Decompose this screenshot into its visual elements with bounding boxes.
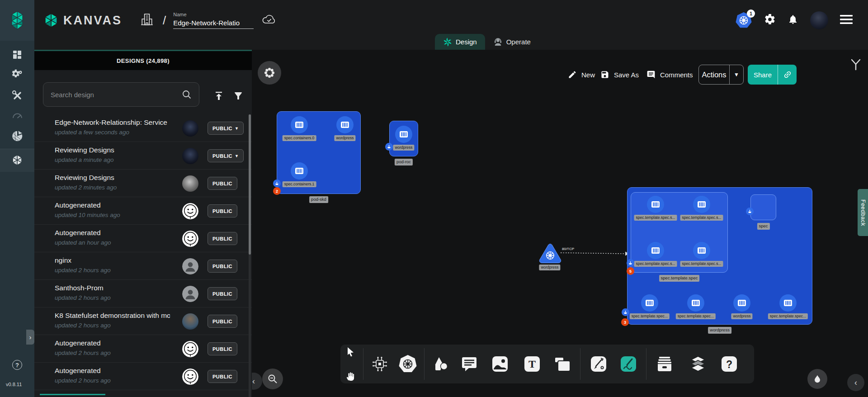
status-badge-blue[interactable] — [273, 180, 281, 187]
design-list-item[interactable]: Reviewing Designsupdated 2 minutes agoPU… — [34, 170, 252, 197]
design-list-item[interactable]: nginxupdated 2 hours agoPUBLIC — [34, 252, 252, 280]
status-badge-red[interactable]: 3 — [621, 318, 629, 326]
comments-button[interactable]: Comments — [646, 65, 693, 85]
visibility-caret-icon: ▼ — [235, 126, 239, 131]
user-avatar[interactable] — [810, 11, 828, 29]
status-badge-blue[interactable] — [622, 308, 629, 316]
tab-design[interactable]: Design — [435, 34, 485, 50]
actions-caret-icon[interactable]: ▼ — [730, 65, 743, 84]
note-tool-icon[interactable] — [553, 355, 571, 373]
design-owner-avatar — [182, 286, 198, 302]
new-button[interactable]: New — [568, 65, 595, 85]
actions-dropdown-button[interactable]: Actions ▼ — [698, 65, 744, 85]
filter-icon[interactable] — [232, 90, 244, 102]
visibility-button[interactable]: PUBLIC — [208, 315, 237, 328]
feedback-tab[interactable]: Feedback — [858, 189, 868, 236]
saved-components-drawer-icon[interactable] — [656, 355, 674, 373]
container-node[interactable] — [647, 196, 664, 213]
k8s-node-spec[interactable] — [750, 194, 776, 220]
design-name-input[interactable] — [173, 18, 254, 29]
dashboard-icon[interactable] — [11, 48, 24, 61]
components-chip-icon[interactable] — [371, 355, 389, 373]
image-tool-icon[interactable] — [491, 355, 509, 373]
share-button[interactable]: Share — [748, 65, 797, 85]
visibility-button[interactable]: PUBLIC — [208, 232, 237, 245]
kubernetes-wheel-icon[interactable] — [398, 354, 418, 374]
design-list-item[interactable]: Edge-Network-Relationship: Serviceupdate… — [34, 114, 252, 142]
configuration-tools-icon[interactable] — [11, 89, 24, 102]
organization-icon[interactable] — [140, 13, 154, 28]
branch-icon[interactable] — [848, 57, 863, 74]
settings-gear-icon[interactable] — [764, 14, 776, 27]
status-badge-blue[interactable] — [627, 259, 634, 267]
tab-operate[interactable]: Operate — [485, 34, 539, 50]
container-node[interactable] — [641, 294, 658, 312]
design-owner-avatar — [182, 313, 198, 330]
visibility-button[interactable]: PUBLIC — [208, 177, 237, 190]
container-node[interactable] — [395, 126, 412, 143]
visibility-button[interactable]: PUBLIC — [208, 370, 237, 383]
search-icon[interactable] — [182, 90, 192, 99]
sidebar-expand-button[interactable]: › — [26, 330, 34, 345]
visibility-button[interactable]: PUBLIC — [208, 204, 237, 217]
help-icon[interactable]: ? — [12, 360, 22, 370]
extensions-icon[interactable] — [11, 130, 24, 142]
performance-icon[interactable] — [11, 109, 24, 122]
svg-text:80/TCP: 80/TCP — [562, 247, 574, 251]
design-list-item[interactable]: Autogeneratedupdated 2 hours agoPUBLIC — [34, 363, 252, 390]
container-node[interactable] — [693, 196, 710, 213]
design-title: nginx — [55, 256, 71, 265]
canvas-menu-button[interactable] — [258, 61, 281, 85]
visibility-button[interactable]: PUBLIC — [208, 287, 237, 300]
layers-icon[interactable] — [689, 355, 707, 373]
design-list-item[interactable]: Autogeneratedupdated 2 hours agoPUBLIC — [34, 335, 252, 363]
import-design-icon[interactable] — [213, 90, 225, 102]
select-tool-icon[interactable] — [345, 346, 356, 357]
design-list-item[interactable]: Autogeneratedupdated an hour agoPUBLIC — [34, 225, 252, 252]
design-list-item[interactable]: K8 Statefulset demonstration with moupda… — [34, 307, 252, 335]
design-list-item[interactable]: Reviewing Designsupdated a minute agoPUB… — [34, 142, 252, 170]
service-node-wordpress[interactable] — [538, 242, 563, 264]
pan-tool-icon[interactable] — [345, 371, 356, 382]
notifications-bell-icon[interactable] — [788, 14, 798, 27]
design-search-input[interactable] — [51, 91, 182, 99]
edge-service-to-deployment[interactable]: 80/TCP — [558, 244, 633, 260]
status-badge-blue[interactable] — [385, 143, 393, 151]
visibility-button[interactable]: PUBLIC▼ — [208, 149, 244, 162]
zoom-button[interactable] — [262, 369, 283, 389]
text-tool-icon[interactable]: T — [524, 355, 541, 373]
container-node[interactable] — [779, 294, 797, 312]
comment-tool-icon[interactable] — [461, 355, 478, 373]
visibility-button[interactable]: PUBLIC▼ — [208, 122, 244, 135]
container-node[interactable] — [291, 162, 308, 180]
design-list-item[interactable]: Autogeneratedupdated 10 minutes agoPUBLI… — [34, 197, 252, 225]
copy-link-icon[interactable] — [778, 65, 797, 85]
container-node[interactable] — [687, 294, 704, 312]
freehand-draw-icon[interactable] — [620, 355, 637, 373]
ink-drop-button[interactable] — [807, 369, 827, 389]
container-node[interactable] — [733, 294, 750, 312]
visibility-button[interactable]: PUBLIC — [208, 260, 237, 273]
container-node[interactable] — [336, 116, 354, 133]
container-node[interactable] — [693, 242, 710, 259]
hamburger-menu-icon[interactable] — [840, 14, 853, 26]
panel-scrollbar-thumb[interactable] — [249, 114, 251, 255]
kanvas-logo[interactable]: KANVAS — [43, 13, 122, 28]
kubernetes-context-icon[interactable]: 1 — [735, 12, 752, 29]
meshery-logo[interactable] — [0, 0, 34, 41]
top-bar: KANVAS / Name — [34, 0, 868, 50]
shapes-tool-icon[interactable] — [432, 355, 449, 373]
kanvas-section-icon[interactable] — [11, 154, 24, 166]
pen-tool-icon[interactable] — [590, 355, 607, 373]
status-badge-red[interactable]: 2 — [273, 187, 281, 195]
container-node[interactable] — [647, 242, 664, 259]
save-as-button[interactable]: Save As — [600, 65, 639, 85]
collapse-right-chevron[interactable]: ‹ — [847, 374, 864, 391]
container-node[interactable] — [291, 116, 308, 133]
status-badge-red[interactable]: 5 — [627, 267, 634, 275]
toolbar-help-icon[interactable]: ? — [721, 355, 738, 373]
visibility-button[interactable]: PUBLIC — [208, 342, 237, 355]
design-list-item[interactable]: Santhosh-Promupdated 2 hours agoPUBLIC — [34, 280, 252, 307]
status-badge-blue[interactable] — [746, 208, 754, 215]
lifecycle-gears-icon[interactable] — [11, 69, 24, 81]
